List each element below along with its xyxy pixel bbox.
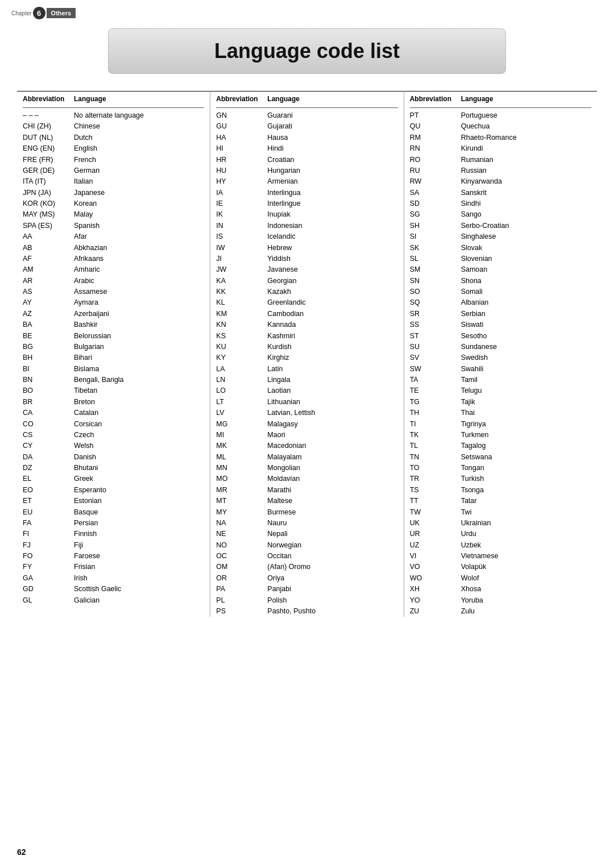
abbreviation-cell: FY	[23, 562, 74, 572]
table-row: XHXhosa	[410, 584, 591, 595]
table-row: TITigrinya	[410, 419, 591, 430]
language-cell: Chinese	[74, 121, 204, 132]
table-row: PSPashto, Pushto	[216, 606, 397, 617]
table-row: KNKannada	[216, 319, 397, 330]
abbreviation-cell: HU	[216, 165, 267, 176]
abbreviation-cell: BH	[23, 352, 74, 363]
table-row: MGMalagasy	[216, 419, 397, 430]
language-cell: Urdu	[461, 529, 591, 539]
abbreviation-cell: UK	[410, 518, 461, 529]
abbreviation-cell: SL	[410, 254, 461, 264]
language-cell: Sango	[461, 209, 591, 220]
abbreviation-cell: VO	[410, 562, 461, 572]
language-cell: Korean	[74, 198, 204, 209]
table-row: BRBreton	[23, 397, 204, 408]
language-cell: Danish	[74, 452, 204, 463]
table-row: STSesotho	[410, 331, 591, 342]
language-cell: Javanese	[267, 264, 397, 275]
abbreviation-cell: TT	[410, 496, 461, 506]
abbreviation-cell: PA	[216, 584, 267, 595]
table-row: TSTsonga	[410, 485, 591, 496]
table-row: THThai	[410, 408, 591, 418]
table-row: ISIcelandic	[216, 231, 397, 242]
language-cell: Lithuanian	[267, 397, 397, 408]
abbreviation-cell: SM	[410, 264, 461, 275]
language-cell: Tsonga	[461, 485, 591, 496]
table-row: JPN (JA)Japanese	[23, 188, 204, 198]
table-row: MNMongolian	[216, 463, 397, 474]
table-row: SWSwahili	[410, 364, 591, 375]
abbreviation-cell: SV	[410, 352, 461, 363]
table-row: HIHindi	[216, 143, 397, 154]
language-cell: Fiji	[74, 540, 204, 551]
language-cell: Albanian	[461, 297, 591, 308]
table-row: MAY (MS)Malay	[23, 209, 204, 220]
column-1: AbbreviationLanguage– – –No alternate la…	[17, 91, 210, 617]
table-row: CACatalan	[23, 408, 204, 418]
table-row: TRTurkish	[410, 474, 591, 484]
language-cell: Samoan	[461, 264, 591, 275]
page-number: 62	[17, 848, 26, 857]
language-cell: Persian	[74, 518, 204, 529]
table-row: KLGreenlandic	[216, 297, 397, 308]
language-cell: Guarani	[267, 110, 397, 121]
table-row: SDSindhi	[410, 198, 591, 209]
abbreviation-cell: QU	[410, 121, 461, 132]
language-cell: Portuguese	[461, 110, 591, 121]
language-cell: Tamil	[461, 375, 591, 385]
table-row: EOEsperanto	[23, 485, 204, 496]
language-cell: Cambodian	[267, 309, 397, 319]
abbreviation-cell: WO	[410, 573, 461, 584]
language-cell: Kirundi	[461, 143, 591, 154]
language-cell: Catalan	[74, 408, 204, 418]
language-cell: Frisian	[74, 562, 204, 572]
language-cell: (Afan) Oromo	[267, 562, 397, 572]
table-row: ZUZulu	[410, 606, 591, 617]
table-row: KSKashmiri	[216, 331, 397, 342]
language-cell: Abkhazian	[74, 243, 204, 254]
language-cell: Tagalog	[461, 441, 591, 451]
table-row: SPA (ES)Spanish	[23, 221, 204, 231]
abbreviation-cell: AF	[23, 254, 74, 264]
table-row: FYFrisian	[23, 562, 204, 572]
table-row: HRCroatian	[216, 155, 397, 165]
table-row: SQAlbanian	[410, 297, 591, 308]
abbreviation-cell: PS	[216, 606, 267, 617]
abbreviation-cell: TE	[410, 385, 461, 396]
column-3: AbbreviationLanguagePTPortugueseQUQuechu…	[404, 91, 597, 617]
table-row: NONorwegian	[216, 540, 397, 551]
column-header-abbr: Abbreviation	[216, 95, 267, 103]
language-cell: Afar	[74, 231, 204, 242]
language-cell: Azerbaijani	[74, 309, 204, 319]
table-row: FJFiji	[23, 540, 204, 551]
table-row: URUrdu	[410, 529, 591, 539]
language-cell: Finnish	[74, 529, 204, 539]
abbreviation-cell: KOR (KO)	[23, 198, 74, 209]
abbreviation-cell: GER (DE)	[23, 165, 74, 176]
table-row: HAHausa	[216, 132, 397, 143]
table-row: BABashkir	[23, 319, 204, 330]
table-row: SRSerbian	[410, 309, 591, 319]
language-cell: Laotian	[267, 385, 397, 396]
abbreviation-cell: MT	[216, 496, 267, 506]
language-cell: Faroese	[74, 551, 204, 562]
language-cell: Slovak	[461, 243, 591, 254]
abbreviation-cell: HI	[216, 143, 267, 154]
table-row: LVLatvian, Lettish	[216, 408, 397, 418]
abbreviation-cell: ST	[410, 331, 461, 342]
abbreviation-cell: OC	[216, 551, 267, 562]
table-row: SNShona	[410, 276, 591, 286]
abbreviation-cell: MI	[216, 430, 267, 441]
abbreviation-cell: TG	[410, 397, 461, 408]
language-cell: Yoruba	[461, 595, 591, 606]
table-row: JWJavanese	[216, 264, 397, 275]
table-row: RNKirundi	[410, 143, 591, 154]
language-cell: Serbian	[461, 309, 591, 319]
language-cell: Italian	[74, 176, 204, 187]
abbreviation-cell: ITA (IT)	[23, 176, 74, 187]
table-row: GDScottish Gaelic	[23, 584, 204, 595]
table-row: OROriya	[216, 573, 397, 584]
table-row: IKInupiak	[216, 209, 397, 220]
language-cell: English	[74, 143, 204, 154]
abbreviation-cell: IA	[216, 188, 267, 198]
